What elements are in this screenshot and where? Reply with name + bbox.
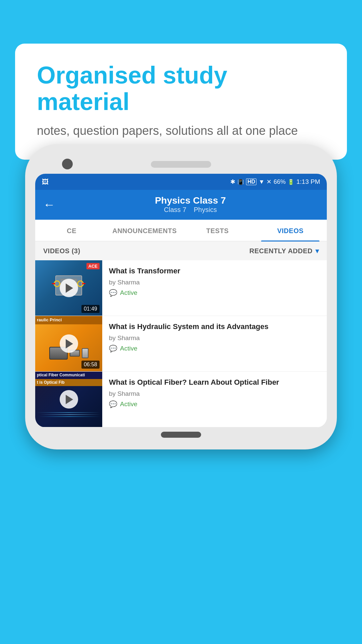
video-author-1: by Sharma [109,279,320,286]
status-right: ✱ 📳 HD ▼ ✕ 66% 🔋 1:13 PM [230,178,320,185]
videos-count: VIDEOS (3) [43,247,80,255]
active-badge-3: 💬 Active [109,400,320,408]
play-button-1[interactable] [60,279,78,297]
video-author-2: by Sharma [109,334,320,342]
active-label-2: Active [120,345,137,352]
tab-ce[interactable]: CE [35,220,108,241]
chat-icon-3: 💬 [109,400,117,408]
tab-announcements[interactable]: ANNOUNCEMENTS [108,220,181,241]
phone-top-hardware [35,154,327,174]
play-triangle-1 [66,283,73,293]
subtitle-class: Class 7 [164,206,186,213]
background: Organised study material notes, question… [0,0,362,644]
phone-home-area [35,430,327,439]
active-badge-1: 💬 Active [109,289,320,297]
ace-badge-1: ACE [86,263,100,269]
wifi-icon: ▼ [258,178,264,185]
phone-speaker [151,161,211,168]
video-thumbnail-2: raulic Princi 06:58 [35,316,102,371]
video-author-3: by Sharma [109,390,320,397]
play-button-3[interactable] [60,390,78,409]
video-info-2: What is Hydraulic System and its Advanta… [102,316,327,371]
tabs-bar: CE ANNOUNCEMENTS TESTS VIDEOS [35,220,327,241]
app-bar: ← Physics Class 7 Class 7 Physics [35,190,327,220]
play-triangle-2 [66,339,73,348]
video-title-3: What is Optical Fiber? Learn About Optic… [109,378,320,387]
chat-icon-2: 💬 [109,344,117,353]
speech-bubble-container: Organised study material notes, question… [15,44,347,160]
battery-icon: 🔋 [288,179,294,185]
active-label-1: Active [120,289,137,297]
thumbnail-bg-transformer: ACE 01:49 [35,260,102,316]
app-bar-title: Physics Class 7 [62,195,319,206]
bluetooth-icon: ✱ [230,178,235,185]
play-button-2[interactable] [60,334,78,353]
hd-badge: HD [246,178,256,185]
phone-camera [62,159,73,169]
chat-icon-1: 💬 [109,289,117,297]
video-item-optical[interactable]: ptical Fiber Communicati t is Optical Fi… [35,372,327,427]
app-bar-subtitle: Class 7 Physics [62,206,319,214]
phone-home-oval [161,432,201,438]
signal-icon: ✕ [266,178,272,185]
video-title-2: What is Hydraulic System and its Advanta… [109,322,320,332]
clock: 1:13 PM [296,178,320,185]
app-bar-title-area: Physics Class 7 Class 7 Physics [62,195,319,214]
recently-added-dropdown[interactable]: RECENTLY ADDED ▾ [249,247,319,255]
status-bar: 🖼 ✱ 📳 HD ▼ ✕ 66% 🔋 1:13 PM [35,174,327,190]
speech-bubble: Organised study material notes, question… [15,44,347,160]
phone-body: 🖼 ✱ 📳 HD ▼ ✕ 66% 🔋 1:13 PM ← [25,144,337,449]
filter-bar: VIDEOS (3) RECENTLY ADDED ▾ [35,241,327,260]
speech-bubble-subtext: notes, question papers, solutions all at… [37,122,325,139]
play-triangle-3 [66,395,73,404]
subtitle-separator [188,206,192,213]
video-title-1: What is Transformer [109,266,320,276]
image-icon: 🖼 [42,178,49,186]
vibrate-icon: 📳 [237,179,244,185]
video-thumbnail-3: ptical Fiber Communicati t is Optical Fi… [35,372,102,427]
chevron-down-icon: ▾ [315,247,319,255]
video-list: ACE 01:49 What is Transformer by Sharma [35,260,327,427]
video-item-hydraulic[interactable]: raulic Princi 06:58 [35,316,327,372]
status-left: 🖼 [42,178,49,186]
duration-badge-1: 01:49 [81,305,100,313]
thumbnail-bg-optical: ptical Fiber Communicati t is Optical Fi… [35,372,102,427]
video-info-1: What is Transformer by Sharma 💬 Active [102,260,327,316]
tab-videos[interactable]: VIDEOS [254,220,327,241]
thumbnail-bg-hydraulic: raulic Princi 06:58 [35,316,102,371]
duration-badge-2: 06:58 [81,361,100,369]
video-thumbnail-1: ACE 01:49 [35,260,102,316]
sort-label: RECENTLY ADDED [249,247,313,255]
back-button[interactable]: ← [43,198,55,212]
speech-bubble-heading: Organised study material [37,62,325,115]
subtitle-subject: Physics [194,206,217,213]
active-label-3: Active [120,400,137,408]
battery-percent: 66% [274,178,286,185]
tab-tests[interactable]: TESTS [181,220,254,241]
active-badge-2: 💬 Active [109,344,320,353]
video-info-3: What is Optical Fiber? Learn About Optic… [102,372,327,427]
video-item-transformer[interactable]: ACE 01:49 What is Transformer by Sharma [35,260,327,316]
phone-mockup: 🖼 ✱ 📳 HD ▼ ✕ 66% 🔋 1:13 PM ← [25,144,337,449]
phone-screen: 🖼 ✱ 📳 HD ▼ ✕ 66% 🔋 1:13 PM ← [35,174,327,427]
